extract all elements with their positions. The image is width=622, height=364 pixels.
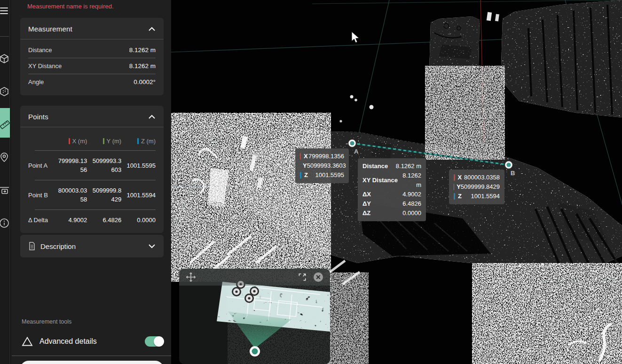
measurement-row-distance: Distance 8.1262 m bbox=[28, 42, 156, 58]
pan-icon bbox=[186, 272, 196, 282]
advanced-details-label: Advanced details bbox=[39, 337, 145, 346]
tooltip-distance: Distance8.1262 m XY Distance8.1262 m ΔX4… bbox=[358, 158, 426, 221]
minimap-move-button[interactable] bbox=[185, 271, 197, 283]
measure-tool-active[interactable] bbox=[0, 108, 10, 138]
description-panel[interactable]: Description bbox=[20, 235, 164, 257]
delta-row: Δ Delta 4.9002 6.4826 0.0000 bbox=[28, 214, 156, 226]
minimap-panel[interactable] bbox=[179, 269, 330, 364]
measurement-panel-title: Measurement bbox=[28, 25, 72, 33]
points-panel: Points X (m) Y (m) Z (m) Point A 799998.… bbox=[20, 106, 164, 233]
col-y: Y (m) bbox=[91, 137, 121, 146]
marker-b-label: B bbox=[511, 170, 515, 177]
point-a-row: Point A 799998.1356 5099993.3603 1001.55… bbox=[28, 155, 156, 176]
chevron-up-icon[interactable] bbox=[148, 115, 156, 119]
camera-position-marker[interactable] bbox=[250, 346, 260, 356]
axis-x-bar bbox=[454, 174, 455, 181]
ruler-icon bbox=[0, 117, 10, 129]
sidebar-bottom-divider bbox=[12, 356, 171, 356]
measurement-tools-label: Measurement tools bbox=[22, 318, 71, 325]
location-pin-icon[interactable] bbox=[0, 151, 10, 163]
minimap-close-button[interactable] bbox=[312, 271, 324, 283]
points-table-header: X (m) Y (m) Z (m) bbox=[28, 133, 156, 147]
row-label: XY Distance bbox=[28, 62, 62, 70]
row-value: 8.1262 m bbox=[129, 62, 156, 70]
advanced-details-row: Advanced details bbox=[22, 332, 164, 351]
points-panel-title: Points bbox=[28, 113, 48, 121]
row-value: 0.0002° bbox=[134, 78, 156, 85]
measurement-row-angle: Angle 0.0002° bbox=[28, 74, 156, 90]
measurement-sidebar: Measurement name is required. Measuremen… bbox=[11, 0, 171, 364]
chevron-down-icon[interactable] bbox=[148, 244, 156, 248]
axis-x-chip bbox=[69, 138, 70, 144]
triangle-icon bbox=[22, 336, 33, 347]
axis-y-chip bbox=[103, 138, 104, 144]
measurement-panel: Measurement Distance 8.1262 m XY Distanc… bbox=[20, 18, 164, 95]
points-table: X (m) Y (m) Z (m) Point A 799998.1356 50… bbox=[20, 127, 164, 233]
col-z: Z (m) bbox=[125, 137, 156, 146]
export-floorplan-icon[interactable] bbox=[0, 184, 10, 196]
measurement-panel-header[interactable]: Measurement bbox=[20, 18, 164, 39]
rail-divider bbox=[0, 36, 9, 37]
axis-z-bar bbox=[454, 193, 455, 200]
tooltip-point-b: X800003.0358 Y5099999.8429 Z1001.5594 bbox=[449, 170, 504, 204]
row-label: Angle bbox=[28, 78, 44, 85]
point-cloud-cube-icon[interactable] bbox=[0, 85, 10, 98]
model-cube-icon[interactable] bbox=[0, 53, 10, 65]
chevron-up-icon[interactable] bbox=[148, 27, 156, 31]
col-x: X (m) bbox=[56, 137, 87, 146]
save-measurement-button[interactable] bbox=[20, 361, 164, 364]
row-value: 8.1262 m bbox=[129, 46, 156, 54]
validation-error: Measurement name is required. bbox=[27, 3, 114, 10]
left-icon-rail bbox=[0, 0, 10, 364]
document-icon bbox=[28, 242, 36, 250]
minimap-header bbox=[179, 269, 330, 286]
tooltip-point-a: X799998.1356 Y5099993.3603 Z1001.5595 bbox=[295, 148, 349, 183]
menu-icon[interactable] bbox=[0, 6, 8, 16]
point-b-row: Point B 800003.0358 5099999.8429 1001.55… bbox=[28, 184, 156, 206]
close-icon bbox=[313, 271, 324, 283]
expand-icon bbox=[298, 272, 307, 282]
axis-z-chip bbox=[137, 138, 139, 144]
axis-x-bar bbox=[300, 153, 301, 160]
marker-a-label: A bbox=[354, 148, 359, 155]
advanced-details-toggle[interactable] bbox=[145, 336, 164, 347]
info-icon[interactable] bbox=[0, 217, 10, 229]
minimap-expand-button[interactable] bbox=[296, 271, 308, 283]
points-panel-header[interactable]: Points bbox=[20, 106, 164, 127]
description-title: Description bbox=[40, 242, 148, 250]
row-label: Distance bbox=[28, 46, 52, 54]
axis-z-bar bbox=[300, 172, 301, 178]
measurement-row-xy-distance: XY Distance 8.1262 m bbox=[28, 58, 156, 74]
